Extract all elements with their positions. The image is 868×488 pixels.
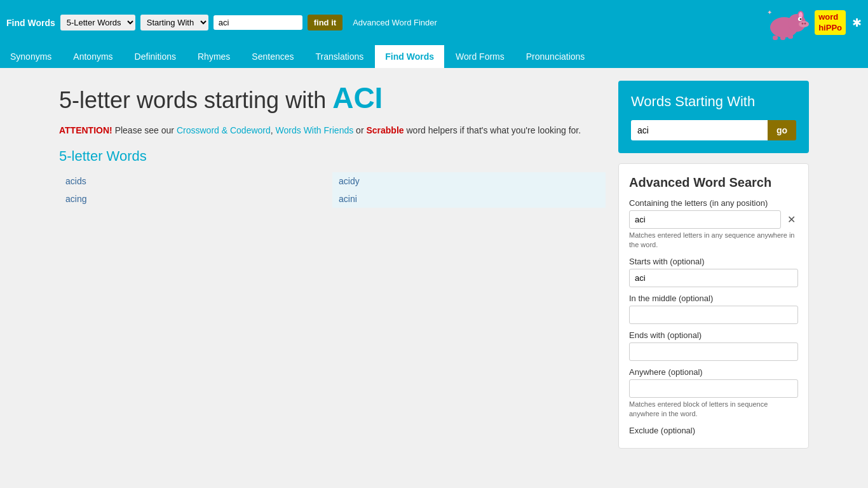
find-it-button[interactable]: find it bbox=[308, 15, 342, 30]
aws-containing-row: ✕ bbox=[629, 210, 798, 229]
or-text: or bbox=[356, 125, 366, 135]
nav-bar: Synonyms Antonyms Definitions Rhymes Sen… bbox=[0, 45, 868, 68]
svg-point-5 bbox=[800, 18, 802, 20]
top-bar: Find Words 5-Letter Words 3-Letter Words… bbox=[0, 0, 868, 45]
search-input[interactable]: aci bbox=[214, 15, 302, 30]
aws-exclude-label: Exclude (optional) bbox=[629, 426, 798, 435]
left-panel: 5-letter words starting with ACI ATTENTI… bbox=[59, 81, 606, 449]
aws-title: Advanced Word Search bbox=[629, 174, 798, 191]
settings-icon[interactable]: ✱ bbox=[852, 16, 862, 30]
aws-containing-input[interactable] bbox=[629, 210, 781, 229]
word-cell-acing: acing bbox=[59, 190, 332, 208]
advanced-word-search-box: Advanced Word Search Containing the lett… bbox=[618, 163, 809, 449]
svg-text:✦: ✦ bbox=[767, 9, 772, 16]
nav-find-words[interactable]: Find Words bbox=[375, 45, 444, 68]
wsw-input-row: go bbox=[631, 120, 796, 140]
aws-containing-label: Containing the letters (in any position) bbox=[629, 198, 798, 208]
crossword-link[interactable]: Crossword & Codeword bbox=[177, 125, 271, 135]
svg-point-6 bbox=[799, 21, 809, 27]
aws-ends-label: Ends with (optional) bbox=[629, 330, 798, 340]
advanced-finder-link[interactable]: Advanced Word Finder bbox=[353, 18, 437, 27]
word-link-acini[interactable]: acini bbox=[339, 194, 357, 204]
comma: , bbox=[271, 125, 276, 135]
svg-point-8 bbox=[804, 23, 806, 25]
page-title-prefix: 5-letter words starting with bbox=[59, 87, 326, 113]
svg-rect-10 bbox=[780, 36, 785, 40]
nav-synonyms[interactable]: Synonyms bbox=[0, 45, 62, 68]
attention-label: ATTENTION! bbox=[59, 125, 112, 135]
wsw-input[interactable] bbox=[631, 120, 768, 140]
svg-rect-11 bbox=[788, 34, 793, 39]
attention-text: Please see our bbox=[115, 125, 177, 135]
logo-hippo-svg: ✦ bbox=[764, 5, 815, 40]
nav-translations[interactable]: Translations bbox=[306, 45, 374, 68]
nav-rhymes[interactable]: Rhymes bbox=[187, 45, 240, 68]
logo-text: wordhiPPo bbox=[815, 10, 846, 36]
main-content: 5-letter words starting with ACI ATTENTI… bbox=[53, 68, 815, 461]
scrabble-link[interactable]: Scrabble bbox=[366, 125, 403, 135]
aws-starts-label: Starts with (optional) bbox=[629, 257, 798, 266]
wsw-go-button[interactable]: go bbox=[768, 120, 796, 140]
wwf-link[interactable]: Words With Friends bbox=[276, 125, 354, 135]
filter-type-select[interactable]: Starting With Ending With Containing bbox=[140, 15, 208, 30]
nav-definitions[interactable]: Definitions bbox=[125, 45, 186, 68]
nav-word-forms[interactable]: Word Forms bbox=[445, 45, 515, 68]
helper-text: word helpers if that's what you're looki… bbox=[406, 125, 581, 135]
aws-anywhere-input[interactable] bbox=[629, 379, 798, 398]
words-starting-with-box: Words Starting With go bbox=[618, 81, 809, 153]
words-section-title: 5-letter Words bbox=[59, 148, 606, 165]
clear-containing-icon[interactable]: ✕ bbox=[785, 212, 798, 227]
nav-pronunciations[interactable]: Pronunciations bbox=[516, 45, 595, 68]
word-cell-acini: acini bbox=[332, 190, 606, 208]
wsw-title: Words Starting With bbox=[631, 93, 796, 110]
word-link-acids[interactable]: acids bbox=[65, 176, 86, 186]
svg-point-7 bbox=[802, 23, 804, 25]
nav-sentences[interactable]: Sentences bbox=[241, 45, 304, 68]
page-title-highlight: ACI bbox=[332, 81, 383, 114]
aws-containing-hint: Matches entered letters in any sequence … bbox=[629, 231, 798, 250]
logo-area: ✦ wordhiPPo ✱ bbox=[764, 5, 862, 40]
words-grid: acids acidy acing acini bbox=[59, 172, 606, 208]
letter-count-select[interactable]: 5-Letter Words 3-Letter Words 4-Letter W… bbox=[60, 15, 135, 30]
aws-middle-input[interactable] bbox=[629, 306, 798, 324]
word-cell-acidy: acidy bbox=[332, 172, 606, 190]
aws-ends-input[interactable] bbox=[629, 342, 798, 361]
word-link-acing[interactable]: acing bbox=[65, 194, 86, 204]
find-words-label: Find Words bbox=[6, 18, 55, 28]
right-sidebar: Words Starting With go Advanced Word Sea… bbox=[618, 81, 809, 449]
svg-rect-9 bbox=[773, 36, 778, 40]
word-cell-acids: acids bbox=[59, 172, 332, 190]
word-link-acidy[interactable]: acidy bbox=[339, 176, 360, 186]
attention-box: ATTENTION! Please see our Crossword & Co… bbox=[59, 125, 606, 135]
aws-anywhere-hint: Matches entered block of letters in sequ… bbox=[629, 400, 798, 419]
nav-antonyms[interactable]: Antonyms bbox=[63, 45, 123, 68]
page-title: 5-letter words starting with ACI bbox=[59, 81, 606, 115]
aws-starts-input[interactable] bbox=[629, 269, 798, 287]
aws-middle-label: In the middle (optional) bbox=[629, 294, 798, 303]
aws-anywhere-label: Anywhere (optional) bbox=[629, 367, 798, 377]
